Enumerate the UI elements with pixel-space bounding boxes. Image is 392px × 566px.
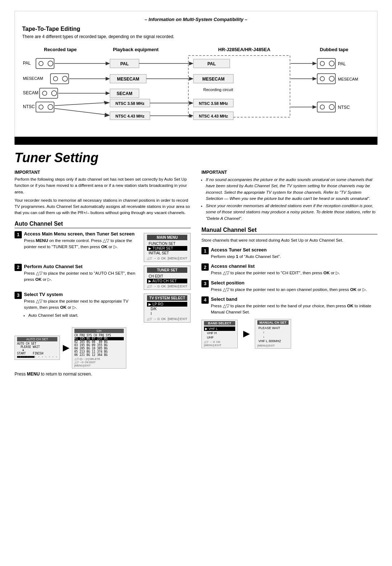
band-select-title: BAND SELECT xyxy=(204,321,235,325)
left-column: IMPORTANT Perform the following steps on… xyxy=(15,170,191,383)
step3-text: Press △▽ to place the pointer next to th… xyxy=(24,298,140,311)
svg-text:PAL: PAL xyxy=(207,61,216,66)
svg-marker-71 xyxy=(313,105,317,109)
svg-marker-45 xyxy=(106,91,110,95)
manual-ch-set-freq: VHF L 300MHZ xyxy=(257,339,289,343)
step1-content: Access Main Menu screen, then Tuner Set … xyxy=(24,231,140,250)
tv-system-item-dk: D/K xyxy=(147,307,187,311)
svg-marker-17 xyxy=(313,62,317,65)
main-menu-title: MAIN MENU xyxy=(147,235,187,240)
step1-num: 1 xyxy=(15,231,22,238)
manual-step1-text: Perform step 1 of "Auto Channel Set". xyxy=(211,254,377,260)
svg-point-38 xyxy=(329,76,334,81)
svg-text:Recorded tape: Recorded tape xyxy=(44,47,77,52)
tuner-set-footer: △▽ → ⊙ OK [MENU]:EXIT xyxy=(147,284,187,288)
important-bullets-right: If no sound accompanies the picture or t… xyxy=(201,177,377,222)
svg-marker-31 xyxy=(189,77,193,81)
svg-line-54 xyxy=(55,103,106,106)
step1-title: Access Main Menu screen, then Tuner Set … xyxy=(24,231,140,237)
tv-system-item-i: I xyxy=(147,311,187,316)
manual-step4-content: Select band Press △▽ to place the pointe… xyxy=(211,296,377,316)
press-menu-text: Press MENU to return to normal screen. xyxy=(15,372,191,377)
tuner-set-screen: TUNER SET CH EDIT ▶ AUTO CH SET △▽ → ⊙ O… xyxy=(144,266,191,290)
svg-point-20 xyxy=(329,61,334,66)
main-menu-item-function: FUNCTION SET xyxy=(147,241,187,246)
svg-line-56 xyxy=(55,108,106,115)
svg-point-53 xyxy=(48,104,53,110)
svg-point-52 xyxy=(39,105,43,109)
svg-text:SECAM: SECAM xyxy=(23,90,38,95)
svg-marker-27 xyxy=(106,77,110,81)
svg-text:MESECAM: MESECAM xyxy=(117,77,139,82)
important-text1: Perform the following steps only if auto… xyxy=(15,176,191,195)
ch-footer: △▽◁▷→[×]:DELETE△▽→⊙ OK:EDIT[MENU]:EXIT xyxy=(74,357,124,367)
svg-point-43 xyxy=(52,91,57,96)
step1: 1 Access Main Menu screen, then Tuner Se… xyxy=(15,231,140,250)
ch-row2: 02 165 BG 08 89 BG xyxy=(74,340,124,344)
svg-marker-63 xyxy=(189,101,193,105)
manual-step3-text: Press △▽ to place the pointer next to an… xyxy=(211,287,377,293)
main-menu-item-tuner: ▶ TUNER SET xyxy=(147,246,187,251)
important-label-left: IMPORTANT xyxy=(15,170,191,175)
svg-text:PAL: PAL xyxy=(338,61,346,66)
auto-channel-set-title: Auto Channel Set xyxy=(15,221,191,228)
tape-diagram: Recorded tape Playback equipment HR-J285… xyxy=(22,45,370,129)
band-select-uhf: UHF xyxy=(204,335,235,340)
auto-ch-set-area: AUTO CH SET AUTO CH SET PLEASE WAIT ♦ ST… xyxy=(15,327,126,369)
manual-ch-set-screen: MANUAL CH SET PLEASE WAIT ↑ ↓ VHF L 300M… xyxy=(255,319,291,349)
svg-marker-9 xyxy=(106,62,110,65)
important-box-right: IMPORTANT If no sound accompanies the pi… xyxy=(201,170,377,222)
svg-marker-57 xyxy=(105,113,110,117)
tv-system-item-lpro: ▶ LP RO xyxy=(147,302,187,307)
svg-marker-13 xyxy=(189,62,193,65)
svg-text:Recording circuit: Recording circuit xyxy=(203,87,233,92)
compatibility-header: – Information on Multi-System Compatibil… xyxy=(22,17,370,22)
step3-num: 3 xyxy=(15,292,22,299)
diagram-svg: Recorded tape Playback equipment HR-J285… xyxy=(22,45,371,128)
step3-screen: TV SYSTEM SELECT ▶ LP RO D/K I △▽ → ⊙ OK… xyxy=(144,292,191,324)
tape-editing-title: Tape-To-Tape Editing xyxy=(22,26,370,32)
ch-row1: 01 195 BG 07 237 BG xyxy=(74,337,124,340)
bottom-screens: AUTO CH SET AUTO CH SET PLEASE WAIT ♦ ST… xyxy=(15,327,191,369)
svg-text:Playback equipment: Playback equipment xyxy=(113,47,159,52)
manual-step4-title: Select band xyxy=(211,296,377,302)
tuner-set-title: TUNER SET xyxy=(147,267,187,273)
svg-text:NTSC 3.58 MHz: NTSC 3.58 MHz xyxy=(115,101,145,106)
important-label-right: IMPORTANT xyxy=(201,170,377,175)
svg-point-74 xyxy=(329,104,334,110)
svg-text:MESECAM: MESECAM xyxy=(23,76,43,81)
svg-text:Dubbed tape: Dubbed tape xyxy=(320,47,348,52)
band-select-area: BAND SELECT ▶ VHF L VHF H UHF △▽ → ⊙ OK[… xyxy=(201,319,377,349)
svg-marker-55 xyxy=(104,101,110,104)
band-select-vhfh: VHF H xyxy=(204,331,235,335)
tuner-content: IMPORTANT Perform the following steps on… xyxy=(15,170,377,383)
svg-text:NTSC: NTSC xyxy=(338,105,350,110)
ch-row5: 05 213 BG 11 374 BG xyxy=(74,350,124,353)
band-select-footer: △▽ → ⊙ OK[MENU]:EXIT xyxy=(204,340,235,347)
auto-ch-set-row3: ♦ xyxy=(17,349,57,352)
tuner-section: Tuner Setting IMPORTANT Perform the foll… xyxy=(15,145,377,383)
svg-point-19 xyxy=(320,61,324,66)
top-section: – Information on Multi-System Compatibil… xyxy=(15,11,377,137)
step3-left: 3 Select TV system Press △▽ to place the… xyxy=(15,292,140,324)
auto-ch-set-row2: PLEASE WAIT xyxy=(17,345,57,349)
svg-text:NTSC 4.43 MHz: NTSC 4.43 MHz xyxy=(115,114,145,118)
step3-content: Select TV system Press △▽ to place the p… xyxy=(24,292,140,320)
tuner-title: Tuner Setting xyxy=(15,150,377,165)
step2: 2 Perform Auto Channel Set Press △▽ to p… xyxy=(15,264,140,283)
auto-channel-set: Auto Channel Set 1 Access Main Menu scre… xyxy=(15,221,191,377)
svg-point-37 xyxy=(320,77,324,81)
svg-text:PAL: PAL xyxy=(23,61,31,66)
manual-step1-content: Access Tuner Set screen Perform step 1 o… xyxy=(211,247,377,260)
arrow-icon: ▶ xyxy=(63,343,69,353)
auto-ch-set-screen-title: AUTO CH SET xyxy=(17,337,57,341)
step2-left: 2 Perform Auto Channel Set Press △▽ to p… xyxy=(15,264,140,287)
manual-channel-set: Manual Channel Set Store channels that w… xyxy=(201,227,377,349)
svg-text:NTSC 3.58 MHz: NTSC 3.58 MHz xyxy=(199,101,228,106)
step3-container: 3 Select TV system Press △▽ to place the… xyxy=(15,292,191,324)
tuner-set-item-chedit: CH EDIT xyxy=(147,274,187,279)
manual-ch-set-up: ↑ xyxy=(257,330,289,335)
svg-point-24 xyxy=(53,77,58,81)
manual-step1-num: 1 xyxy=(201,247,209,254)
step2-screen: TUNER SET CH EDIT ▶ AUTO CH SET △▽ → ⊙ O… xyxy=(144,264,191,292)
